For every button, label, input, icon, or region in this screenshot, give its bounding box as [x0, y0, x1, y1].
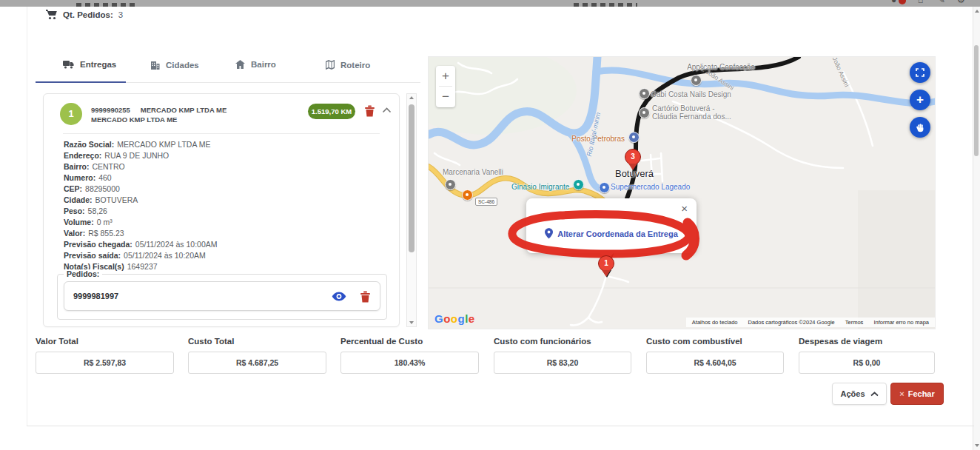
poi-pin-gym[interactable]: [573, 179, 584, 190]
tab-bar: Entregas Cidades Bairro Rotei: [36, 55, 420, 83]
summary-value: R$ 4.687,25: [188, 352, 326, 374]
detail-value: MERCADO KMP LTDA ME: [117, 140, 210, 149]
zoom-out-button[interactable]: −: [436, 87, 455, 107]
detail-label: Previsão saída:: [64, 251, 121, 260]
map-data-text: Dados cartográficos ©2024 Google: [748, 319, 835, 326]
poi-pin-restaurant[interactable]: [462, 189, 473, 201]
detail-label: Valor:: [64, 229, 85, 238]
pedido-row: 9999981997: [64, 281, 380, 311]
detail-label: CEP:: [64, 184, 82, 193]
poi-label-applicato[interactable]: Applicato Confecção: [673, 63, 769, 71]
map-marker-3[interactable]: 3: [625, 149, 641, 170]
detail-value: 1649237: [127, 262, 158, 271]
map-attribution: Atalhos do teclado Dados cartográficos ©…: [686, 318, 935, 327]
tab-roteiro[interactable]: Roteiro: [326, 60, 370, 70]
scroll-down-icon[interactable]: [975, 444, 979, 447]
top-toolbar-strip: ● ⌂ ✎ ⚙: [0, 0, 980, 7]
detail-value: 05/11/2024 às 10:20AM: [124, 251, 206, 260]
detail-label: Endereço:: [64, 151, 101, 160]
fullscreen-icon: [916, 68, 924, 77]
detail-value: 05/11/2024 às 10:00AM: [135, 240, 218, 249]
tab-bairro[interactable]: Bairro: [235, 60, 276, 69]
sequence-badge: 1: [60, 103, 82, 125]
page-scrollbar[interactable]: [973, 7, 980, 450]
google-logo[interactable]: Google: [434, 312, 475, 325]
poi-pin-applicato[interactable]: [691, 75, 702, 86]
summary-value: R$ 0,00: [799, 352, 935, 374]
zoom-in-button[interactable]: +: [436, 66, 455, 86]
card-list-scrollbar[interactable]: [406, 93, 417, 327]
summary-value: R$ 2.597,83: [36, 352, 174, 374]
pedidos-legend: Pedidos:: [64, 269, 102, 278]
detail-value: R$ 855.23: [88, 229, 124, 238]
delivery-title: 9999990255MERCADO KMP LTDA ME MERCADO KM…: [91, 105, 226, 124]
building-icon: [150, 60, 160, 70]
bell-icon[interactable]: ●: [891, 0, 896, 5]
home-icon[interactable]: ⌂: [918, 0, 923, 5]
cutoff-text: [76, 3, 137, 7]
chevron-up-icon: [870, 392, 879, 397]
card-divider: [63, 133, 380, 134]
app-root: ● ⌂ ✎ ⚙ Qt. Pedidos: 3 Entregas: [0, 0, 980, 450]
card-scrollbar-thumb[interactable]: [409, 104, 415, 252]
keyboard-shortcuts-link[interactable]: Atalhos do teclado: [692, 319, 738, 326]
notification-badge: [899, 0, 906, 4]
pan-button[interactable]: [910, 117, 930, 138]
google-map[interactable]: + − Applicato Confecção Gabi Costa Nails…: [428, 56, 936, 329]
summary-value: R$ 4.604,05: [646, 352, 784, 374]
page-scrollbar-thumb[interactable]: [974, 45, 979, 156]
poi-label-ginasio[interactable]: Ginásio Imigrante: [511, 183, 569, 191]
poi-pin-marcenaria[interactable]: [445, 179, 456, 190]
hand-icon: [916, 123, 925, 132]
plus-icon: +: [916, 90, 924, 110]
fullscreen-button[interactable]: [910, 62, 930, 83]
pencil-icon[interactable]: ✎: [938, 0, 945, 5]
poi-pin-gas-station[interactable]: [628, 132, 640, 143]
delete-delivery-icon[interactable]: [364, 104, 375, 117]
acoes-button[interactable]: Ações: [832, 383, 887, 405]
poi-pin-supermarket[interactable]: [599, 182, 610, 193]
poi-label-cartorio[interactable]: Cartório Botuverá -Cláudia Fernanda dos.…: [652, 104, 731, 121]
map-marker-1[interactable]: 1: [598, 255, 614, 277]
scroll-up-icon[interactable]: [409, 96, 414, 99]
detail-label: Razão Social:: [64, 140, 114, 149]
tab-cidades[interactable]: Cidades: [150, 60, 199, 70]
road-badge: SC-486: [475, 198, 497, 206]
report-error-link[interactable]: Informar erro no mapa: [873, 319, 929, 326]
delete-pedido-icon[interactable]: [360, 290, 371, 303]
summary-label: Custo Total: [188, 337, 234, 346]
poi-label-gabi[interactable]: Gabi Costa Nails Design: [651, 90, 731, 98]
summary-label: Percentual de Custo: [340, 337, 423, 346]
poi-label-supermercado[interactable]: Supermercado Lageado: [611, 183, 690, 191]
tab-entregas[interactable]: Entregas: [63, 60, 116, 69]
alterar-coordenada-label: Alterar Coordenada da Entrega: [557, 229, 678, 238]
scroll-down-icon[interactable]: [409, 321, 414, 324]
pedidos-fieldset: Pedidos: 9999981997: [57, 274, 387, 320]
content-left-border: [27, 7, 27, 426]
poi-pin-cartorio[interactable]: [639, 107, 650, 118]
terms-link[interactable]: Termos: [845, 319, 864, 326]
collapse-chevron-icon[interactable]: [382, 107, 392, 113]
close-icon[interactable]: ×: [681, 203, 688, 214]
content-bottom-divider: [27, 426, 974, 426]
orders-count-header: Qt. Pedidos: 3: [46, 10, 123, 20]
fechar-label: Fechar: [908, 389, 935, 398]
tab-label: Cidades: [166, 61, 199, 70]
view-pedido-icon[interactable]: [332, 292, 346, 301]
scroll-up-icon[interactable]: [975, 10, 979, 13]
detail-label: Bairro:: [64, 162, 89, 171]
map-zoom-control: + −: [436, 66, 455, 107]
cutoff-text: [574, 3, 637, 7]
detail-value: CENTRO: [92, 162, 124, 171]
alterar-coordenada-link[interactable]: Alterar Coordenada da Entrega: [526, 228, 697, 239]
orders-value: 3: [118, 10, 123, 19]
map-info-window: × Alterar Coordenada da Entrega: [526, 198, 697, 253]
poi-pin-gabi[interactable]: [639, 88, 650, 99]
poi-label-marcenaria[interactable]: Marcenaria Vanelli: [440, 168, 506, 176]
gear-icon[interactable]: ⚙: [957, 0, 965, 5]
add-button[interactable]: +: [910, 90, 930, 110]
fechar-button[interactable]: × Fechar: [890, 383, 944, 405]
summary-label: Custo com funcionários: [494, 337, 591, 346]
summary-value: 180.43%: [340, 352, 479, 374]
detail-value: 0 m³: [97, 218, 113, 226]
